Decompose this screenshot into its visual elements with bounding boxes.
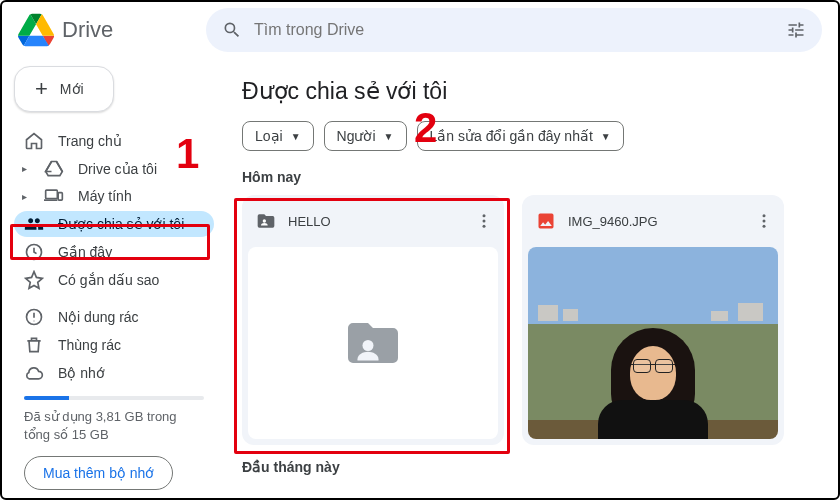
- app-root: Drive + Mới Trang chủ ▸ Drive củ: [2, 2, 838, 498]
- sidebar-item-spam[interactable]: Nội dung rác: [14, 304, 214, 330]
- svg-rect-1: [58, 193, 62, 201]
- card-header: IMG_9460.JPG: [522, 195, 784, 247]
- storage-fill: [24, 396, 69, 400]
- sidebar-item-label: Trang chủ: [58, 133, 122, 149]
- card-preview: [528, 247, 778, 439]
- file-grid: HELLO IMG_9460.JPG: [242, 195, 818, 445]
- sidebar: + Mới Trang chủ ▸ Drive của tôi ▸ Máy tí…: [2, 58, 222, 498]
- chip-label: Loại: [255, 128, 283, 144]
- sidebar-item-shared[interactable]: Được chia sẻ với tôi: [14, 211, 214, 237]
- svg-point-11: [763, 225, 766, 228]
- chip-label: Người: [337, 128, 376, 144]
- search-bar[interactable]: [206, 8, 822, 52]
- chevron-right-icon: ▸: [18, 163, 30, 174]
- svg-point-9: [763, 214, 766, 217]
- annotation-number-1: 1: [176, 130, 199, 178]
- more-vert-icon: [475, 212, 493, 230]
- drive-icon: [44, 159, 64, 179]
- section-label-earlier: Đầu tháng này: [242, 459, 818, 475]
- new-button-label: Mới: [60, 81, 84, 97]
- storage-bar: [24, 396, 204, 400]
- sidebar-item-label: Nội dung rác: [58, 309, 139, 325]
- cloud-icon: [24, 363, 44, 383]
- sidebar-item-label: Máy tính: [78, 188, 132, 204]
- card-menu-button[interactable]: [750, 207, 778, 235]
- search-icon: [222, 20, 242, 40]
- svg-point-8: [363, 340, 374, 351]
- clock-icon: [24, 242, 44, 262]
- svg-point-5: [483, 214, 486, 217]
- header: Drive: [2, 2, 838, 58]
- caret-down-icon: ▼: [384, 131, 394, 142]
- storage-widget: Đã sử dụng 3,81 GB trong tổng số 15 GB M…: [14, 396, 214, 490]
- card-title: HELLO: [288, 214, 458, 229]
- card-preview: [248, 247, 498, 439]
- page-title: Được chia sẻ với tôi: [242, 78, 818, 105]
- sidebar-item-storage[interactable]: Bộ nhớ: [14, 360, 214, 386]
- sidebar-item-label: Bộ nhớ: [58, 365, 105, 381]
- trash-icon: [24, 335, 44, 355]
- card-header: HELLO: [242, 195, 504, 247]
- search-options-button[interactable]: [778, 12, 814, 48]
- svg-point-6: [483, 220, 486, 223]
- svg-point-4: [263, 219, 266, 222]
- caret-down-icon: ▼: [291, 131, 301, 142]
- card-menu-button[interactable]: [470, 207, 498, 235]
- filter-bar: Loại▼ Người▼ Lần sửa đổi gần đây nhất▼: [242, 121, 818, 151]
- sidebar-item-label: Được chia sẻ với tôi: [58, 216, 184, 232]
- tune-icon: [786, 20, 806, 40]
- sidebar-item-computers[interactable]: ▸ Máy tính: [14, 184, 214, 210]
- sidebar-item-label: Thùng rác: [58, 337, 121, 353]
- sidebar-item-recent[interactable]: Gần đây: [14, 239, 214, 265]
- storage-text: Đã sử dụng 3,81 GB trong tổng số 15 GB: [24, 408, 204, 444]
- card-title: IMG_9460.JPG: [568, 214, 738, 229]
- svg-point-10: [763, 220, 766, 223]
- folder-large-icon: [337, 313, 409, 373]
- sidebar-item-trash[interactable]: Thùng rác: [14, 332, 214, 358]
- brand[interactable]: Drive: [18, 12, 198, 48]
- buy-storage-button[interactable]: Mua thêm bộ nhớ: [24, 456, 173, 490]
- annotation-number-2: 2: [414, 104, 437, 152]
- caret-down-icon: ▼: [601, 131, 611, 142]
- spam-icon: [24, 307, 44, 327]
- people-icon: [24, 214, 44, 234]
- new-button[interactable]: + Mới: [14, 66, 114, 112]
- image-icon: [536, 211, 556, 231]
- sidebar-item-label: Có gắn dấu sao: [58, 272, 159, 288]
- chevron-right-icon: ▸: [18, 191, 30, 202]
- file-card-image[interactable]: IMG_9460.JPG: [522, 195, 784, 445]
- sidebar-item-label: Gần đây: [58, 244, 112, 260]
- filter-chip-people[interactable]: Người▼: [324, 121, 407, 151]
- svg-point-7: [483, 225, 486, 228]
- chip-label: Lần sửa đổi gần đây nhất: [430, 128, 593, 144]
- main: Được chia sẻ với tôi Loại▼ Người▼ Lần sử…: [222, 58, 838, 498]
- more-vert-icon: [755, 212, 773, 230]
- star-icon: [24, 270, 44, 290]
- sidebar-item-starred[interactable]: Có gắn dấu sao: [14, 267, 214, 293]
- shared-folder-icon: [256, 211, 276, 231]
- brand-name: Drive: [62, 17, 113, 43]
- drive-logo-icon: [18, 12, 54, 48]
- svg-rect-0: [46, 191, 58, 199]
- home-icon: [24, 131, 44, 151]
- photo-thumbnail: [528, 247, 778, 439]
- file-card-folder[interactable]: HELLO: [242, 195, 504, 445]
- filter-chip-type[interactable]: Loại▼: [242, 121, 314, 151]
- section-label-today: Hôm nay: [242, 169, 818, 185]
- sidebar-item-label: Drive của tôi: [78, 161, 157, 177]
- filter-chip-modified[interactable]: Lần sửa đổi gần đây nhất▼: [417, 121, 624, 151]
- search-input[interactable]: [242, 21, 778, 39]
- plus-icon: +: [35, 82, 48, 96]
- devices-icon: [44, 186, 64, 206]
